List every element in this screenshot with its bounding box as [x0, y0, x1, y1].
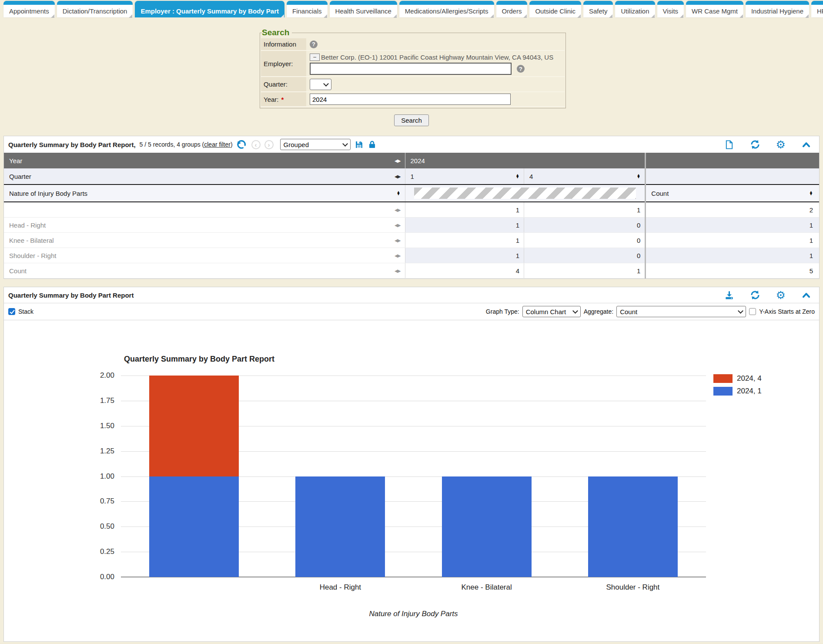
tab-label: Employer : Quarterly Summary by Body Par… — [141, 7, 279, 15]
lock-icon[interactable] — [368, 140, 377, 149]
quarter-label: Quarter: — [261, 77, 306, 92]
table-row: Head - Right◀▶101 — [4, 218, 819, 233]
tab-dictation-transcription[interactable]: Dictation/Transcription — [57, 1, 133, 17]
tab-orders[interactable]: Orders — [496, 1, 528, 17]
value-cell: 1 — [405, 248, 524, 263]
tab-outside-clinic[interactable]: Outside Clinic — [529, 1, 581, 17]
bar-segment[interactable] — [149, 476, 239, 577]
tab-employer-quarterly-summary-by-body-part[interactable]: Employer : Quarterly Summary by Body Par… — [135, 1, 284, 17]
tab-appointments[interactable]: Appointments — [3, 1, 55, 17]
tab-label: WR Case Mgmt — [692, 7, 738, 15]
year-label: Year:* — [261, 92, 306, 107]
tab-label: Utilization — [621, 7, 649, 15]
prev-page-icon[interactable]: ‹ — [251, 140, 261, 149]
bar-segment[interactable] — [295, 476, 385, 577]
stack-checkbox[interactable] — [8, 308, 15, 315]
row-label: Head - Right — [9, 221, 46, 229]
year-count-empty-cell — [646, 153, 819, 168]
legend-label: 2024, 1 — [737, 387, 762, 396]
next-page-icon[interactable]: › — [264, 140, 274, 149]
legend-label: 2024, 4 — [737, 374, 762, 383]
bar-segment[interactable] — [442, 476, 532, 577]
y-tick-label: 1.25 — [21, 447, 114, 456]
tab-health-surveillance[interactable]: Health Surveillance — [330, 1, 397, 17]
legend-item[interactable]: 2024, 4 — [713, 374, 762, 383]
sort-icon[interactable]: ▲▼ — [636, 174, 640, 179]
settings-gear-icon[interactable]: ⚙ — [776, 290, 786, 301]
value-cell: 1 — [524, 202, 646, 218]
column-resize-icon[interactable]: ◀▶ — [395, 174, 400, 179]
report-table-body: ◀▶112Head - Right◀▶101Knee - Bilateral◀▶… — [4, 202, 819, 278]
bar-segment[interactable] — [588, 476, 678, 577]
new-document-icon[interactable] — [724, 140, 734, 150]
x-tick-label: Head - Right — [320, 583, 361, 592]
row-label-cell: Head - Right◀▶ — [4, 218, 405, 233]
employer-input[interactable] — [310, 63, 512, 75]
column-resize-icon[interactable]: ◀▶ — [395, 158, 400, 163]
grouped-select[interactable]: Grouped — [280, 139, 351, 150]
y-axis-zero-checkbox[interactable] — [749, 308, 756, 315]
hatch-pattern — [414, 188, 636, 199]
x-tick-label: Shoulder - Right — [606, 583, 659, 592]
y-tick-label: 1.75 — [21, 396, 114, 405]
sort-icon[interactable]: ▲▼ — [515, 174, 519, 179]
collapse-panel-icon[interactable] — [801, 290, 811, 300]
tab-utilization[interactable]: Utilization — [615, 1, 655, 17]
tab-label: Medications/Allergies/Scripts — [405, 7, 488, 15]
employer-label: Employer: — [261, 50, 306, 77]
legend-swatch — [713, 387, 733, 396]
tab-wr-case-mgmt[interactable]: WR Case Mgmt — [686, 1, 743, 17]
quarter-count-empty-cell — [646, 168, 819, 184]
count-cell: 2 — [646, 202, 819, 218]
tab-safety[interactable]: Safety — [583, 1, 613, 17]
bar-segment[interactable] — [149, 376, 239, 476]
employer-help-icon[interactable]: ? — [517, 65, 525, 73]
clear-filter-link[interactable]: clear filter — [204, 141, 231, 148]
column-resize-icon[interactable]: ◀▶ — [395, 238, 400, 243]
information-help-icon[interactable]: ? — [310, 40, 318, 48]
chevron-down-icon — [323, 81, 329, 87]
information-label: Information — [261, 38, 306, 50]
column-resize-icon[interactable]: ◀▶ — [395, 268, 400, 273]
quarter-select[interactable] — [310, 79, 331, 90]
year-input[interactable] — [310, 94, 511, 105]
undo-icon[interactable] — [237, 139, 248, 150]
row-label-cell: Count◀▶ — [4, 263, 405, 278]
employer-collapse-button[interactable]: – — [310, 54, 320, 61]
tab-visits[interactable]: Visits — [657, 1, 684, 17]
chart-panel: Quarterly Summary by Body Part Report ⚙ … — [3, 287, 820, 642]
count-cell: 1 — [646, 218, 819, 233]
legend-item[interactable]: 2024, 1 — [713, 387, 762, 396]
graph-type-select[interactable]: Column Chart — [522, 306, 581, 317]
tab-label: Orders — [502, 7, 522, 15]
refresh-icon[interactable] — [750, 139, 760, 150]
quarter-header-row: Quarter◀▶ 1▲▼4▲▼ — [4, 168, 819, 184]
sort-icon[interactable]: ▲▼ — [397, 191, 401, 196]
collapse-panel-icon[interactable] — [801, 140, 811, 150]
table-row: Knee - Bilateral◀▶101 — [4, 233, 819, 248]
column-resize-icon[interactable]: ◀▶ — [395, 223, 400, 228]
refresh-icon[interactable] — [750, 290, 760, 300]
tab-label: Industrial Hygiene — [751, 7, 803, 15]
download-icon[interactable] — [724, 290, 734, 300]
settings-gear-icon[interactable]: ⚙ — [776, 139, 786, 150]
value-cell: 1 — [405, 218, 524, 233]
column-resize-icon[interactable]: ◀▶ — [395, 253, 400, 258]
aggregate-select[interactable]: Count — [616, 306, 746, 317]
quarter-value-cell: 1▲▼ — [405, 168, 524, 184]
chart-controls: Stack Graph Type: Column Chart Aggregate… — [4, 303, 819, 320]
tab-hr-data-feed[interactable]: HR Data Feed — [811, 1, 823, 17]
chart-plot: Nature of Injury Body Parts 0.000.250.50… — [121, 376, 706, 577]
tab-medications-allergies-scripts[interactable]: Medications/Allergies/Scripts — [399, 1, 494, 17]
save-icon[interactable] — [355, 140, 364, 149]
row-label-cell: Shoulder - Right◀▶ — [4, 248, 405, 263]
tab-financials[interactable]: Financials — [287, 1, 328, 17]
chart-panel-title: Quarterly Summary by Body Part Report — [8, 292, 134, 299]
column-resize-icon[interactable]: ◀▶ — [395, 208, 400, 212]
y-tick-label: 0.50 — [21, 522, 114, 531]
count-header-label: Count — [651, 190, 669, 197]
body-parts-header-row: Nature of Injury Body Parts▲▼ Count▲▼ — [4, 184, 819, 202]
sort-icon[interactable]: ▲▼ — [809, 191, 813, 196]
tab-industrial-hygiene[interactable]: Industrial Hygiene — [746, 1, 809, 17]
search-button[interactable]: Search — [394, 114, 429, 126]
